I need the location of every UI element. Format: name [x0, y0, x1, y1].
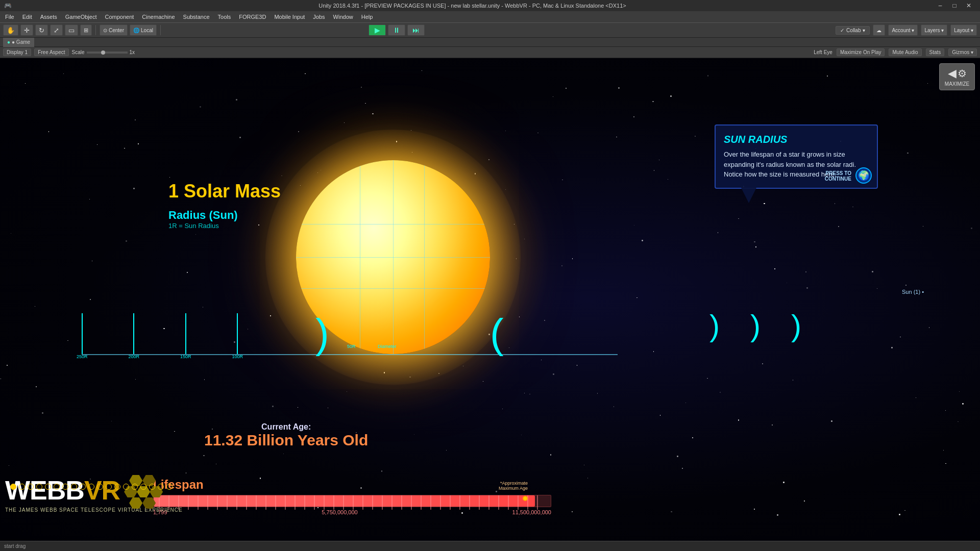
hand-tool[interactable]: ✋ [3, 24, 18, 36]
menu-forge3d[interactable]: FORGE3D [236, 13, 269, 21]
menu-substance[interactable]: Substance [180, 13, 213, 21]
star [738, 419, 739, 420]
close-button[interactable]: ✕ [962, 0, 976, 11]
radius-label-section: Radius (Sun) 1R = Sun Radius [168, 209, 238, 230]
rotate-tool[interactable]: ↻ [35, 24, 48, 36]
progress-dot-14[interactable] [132, 484, 138, 490]
step-button[interactable]: ⏭ [407, 24, 425, 36]
progress-dot-15[interactable] [140, 484, 146, 490]
right-bracket-3: ) [791, 308, 801, 343]
bottom-bar: start drag [0, 541, 980, 551]
progress-dot-10[interactable] [97, 484, 103, 490]
stats-button[interactable]: Stats [926, 48, 945, 56]
star [659, 160, 659, 160]
account-button[interactable]: Account ▾ [888, 24, 918, 36]
progress-dot-12[interactable] [114, 484, 120, 490]
bracket-100r: 100R [232, 313, 243, 359]
star [544, 320, 545, 321]
star [248, 329, 249, 330]
coordinate-button[interactable]: 🌐 Local [130, 24, 157, 36]
lifespan-tick [256, 495, 257, 510]
menu-edit[interactable]: Edit [19, 13, 35, 21]
scale-slider[interactable] [87, 52, 128, 54]
lifespan-tick [265, 495, 266, 510]
menu-component[interactable]: Component [102, 13, 137, 21]
gizmos-button[interactable]: Gizmos ▾ [948, 48, 977, 56]
star [787, 283, 787, 283]
menu-mobile-input[interactable]: Mobile Input [271, 13, 308, 21]
cloud-button[interactable]: ☁ [873, 24, 885, 36]
game-tab-dot: ● [7, 39, 10, 45]
minimize-button[interactable]: – [933, 0, 947, 11]
progress-dot-6[interactable] [62, 484, 68, 490]
menu-jobs[interactable]: Jobs [310, 13, 328, 21]
progress-dot-1[interactable] [19, 484, 25, 490]
lifespan-bar: *ApproximateMaximum Age 1,799 5,750,000,… [153, 495, 612, 515]
star [200, 106, 201, 108]
star [872, 271, 873, 272]
aspect-button[interactable]: Free Aspect [34, 48, 68, 56]
progress-dot-5[interactable] [54, 484, 60, 490]
star [904, 510, 905, 511]
scale-handle[interactable] [101, 51, 105, 55]
progress-dot-11[interactable] [106, 484, 112, 490]
progress-dot-17[interactable] [158, 484, 164, 490]
pivot-mode-button[interactable]: ⊙ Center [100, 24, 128, 36]
menu-assets[interactable]: Assets [37, 13, 60, 21]
layers-button[interactable]: Layers ▾ [921, 24, 947, 36]
radius-markers-layer: 250R 200R 150R 100R [77, 313, 243, 359]
maximize-on-play-button[interactable]: Maximize On Play [837, 48, 885, 56]
progress-dot-4[interactable] [45, 484, 51, 490]
progress-dot-9[interactable] [88, 484, 94, 490]
maximize-window-button[interactable]: □ [947, 0, 962, 11]
progress-dot-2[interactable] [28, 484, 34, 490]
star [537, 133, 538, 133]
progress-dot-16[interactable] [149, 484, 155, 490]
marker-line-250r [82, 313, 83, 354]
lifespan-tick [450, 495, 451, 510]
menu-file[interactable]: File [2, 13, 17, 21]
progress-dot-13[interactable] [123, 484, 129, 490]
scale-tool[interactable]: ⤢ [50, 24, 63, 36]
collab-button[interactable]: ✓ Collab ▾ [836, 26, 870, 35]
menu-window[interactable]: Window [330, 13, 356, 21]
display-button[interactable]: Display 1 [3, 48, 31, 56]
50r-label: 50R [347, 344, 356, 349]
lifespan-tick [207, 495, 208, 510]
progress-dot-7[interactable] [71, 484, 77, 490]
game-tab[interactable]: ● ● Game [3, 38, 34, 47]
game-tab-label: ● Game [12, 39, 30, 45]
maximize-button[interactable]: ◀ ⚙ MAXIMIZE [939, 63, 975, 90]
star [11, 233, 11, 234]
menu-tools[interactable]: Tools [215, 13, 234, 21]
mute-audio-button[interactable]: Mute Audio [889, 48, 921, 56]
menu-help[interactable]: Help [358, 13, 376, 21]
star [652, 101, 653, 102]
progress-dot-18[interactable] [166, 484, 173, 490]
radius-subtitle: 1R = Sun Radius [168, 222, 238, 230]
pause-button[interactable]: ⏸ [388, 24, 405, 36]
solar-mass-label: 1 Solar Mass [168, 181, 281, 202]
play-button[interactable]: ▶ [369, 24, 386, 36]
layout-button[interactable]: Layout ▾ [950, 24, 977, 36]
star [720, 392, 721, 393]
rect-tool[interactable]: ▭ [65, 24, 78, 36]
progress-dot-0[interactable] [10, 484, 16, 490]
transform-tool[interactable]: ⊞ [80, 24, 92, 36]
progress-dot-8[interactable] [80, 484, 86, 490]
star [959, 391, 960, 392]
menu-cinemachine[interactable]: Cinemachine [139, 13, 178, 21]
move-tool[interactable]: ✛ [20, 24, 33, 36]
lifespan-tick [285, 495, 286, 510]
window-controls: – □ ✕ [933, 0, 976, 11]
toolbar: ✋ ✛ ↻ ⤢ ▭ ⊞ ⊙ Center 🌐 Local ▶ ⏸ ⏭ ✓ Col… [0, 22, 980, 38]
star [174, 431, 175, 432]
webb-vr-text: WEBBVR [5, 475, 183, 506]
star [126, 240, 127, 242]
menu-gameobject[interactable]: GameObject [62, 13, 100, 21]
lifespan-tick [411, 495, 412, 510]
marker-label-250r: 250R [77, 354, 88, 359]
info-panel: SUN RADIUS Over the lifespan of a star i… [715, 124, 878, 189]
lifespan-tick [236, 495, 237, 510]
progress-dot-3[interactable] [36, 484, 42, 490]
